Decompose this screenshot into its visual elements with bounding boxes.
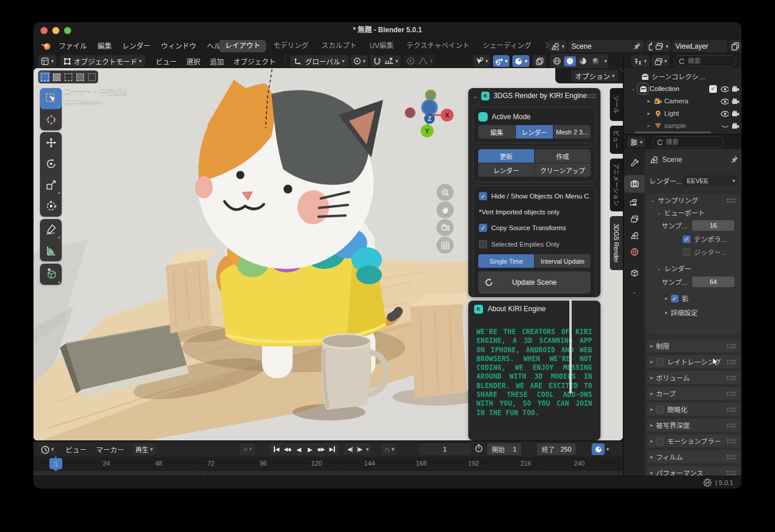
tool-select-box[interactable] bbox=[40, 88, 62, 109]
eye-icon[interactable] bbox=[720, 109, 729, 117]
cleanup-tab[interactable]: クリーンアップ bbox=[535, 163, 591, 177]
properties-editor-type[interactable]: ▾ bbox=[628, 137, 645, 147]
outliner-row-collection[interactable]: ⌄ Collection ✓ bbox=[624, 83, 742, 95]
select-mode-extend[interactable] bbox=[51, 72, 62, 82]
mode-edit-button[interactable]: 編集 bbox=[478, 125, 516, 139]
view-menu[interactable]: ビュー bbox=[151, 56, 182, 66]
menu-render[interactable]: レンダー bbox=[117, 41, 156, 52]
panel-curves[interactable]: ▸ カーブ bbox=[647, 387, 740, 400]
render-visibility-icon[interactable] bbox=[731, 97, 739, 105]
show-overlays-toggle[interactable]: ▾ bbox=[493, 55, 510, 67]
panel-grip[interactable] bbox=[726, 375, 736, 381]
menu-file[interactable]: ファイル bbox=[53, 41, 92, 52]
outliner-scrollbar[interactable] bbox=[635, 132, 711, 133]
eye-closed-icon[interactable] bbox=[720, 122, 729, 130]
outliner-row-sample[interactable]: ▸ sample bbox=[624, 120, 742, 132]
workspace-tab-uv[interactable]: UV編集 bbox=[364, 40, 400, 52]
tool-add-cube[interactable] bbox=[40, 264, 62, 285]
menu-edit[interactable]: 編集 bbox=[92, 41, 117, 52]
sync-mode-group[interactable]: ▾ bbox=[592, 443, 609, 455]
sidebar-tab-animation[interactable]: アニメーション bbox=[610, 159, 623, 211]
xray-toggle[interactable]: ▾ bbox=[512, 55, 529, 67]
tool-move[interactable] bbox=[40, 132, 62, 153]
tab-scene[interactable] bbox=[624, 227, 645, 244]
shading-rendered-button[interactable] bbox=[590, 56, 602, 66]
select-mode-new[interactable] bbox=[39, 72, 50, 82]
expand-icon[interactable]: ▸ bbox=[647, 110, 650, 116]
tab-view-layer[interactable] bbox=[624, 210, 645, 228]
render-visibility-icon[interactable] bbox=[731, 85, 739, 93]
close-window-button[interactable] bbox=[41, 27, 48, 34]
expand-icon[interactable]: ▸ bbox=[647, 123, 650, 129]
blender-logo-icon[interactable] bbox=[41, 42, 51, 50]
proportional-edit-group[interactable]: ▾ bbox=[404, 55, 435, 67]
step-forward-button[interactable]: |▶ bbox=[355, 443, 364, 455]
mode-render-button[interactable]: レンダー bbox=[516, 125, 553, 139]
transform-orientation-dropdown[interactable]: グローバル ▾ bbox=[290, 55, 348, 67]
tab-output[interactable] bbox=[624, 194, 645, 211]
minimize-window-button[interactable] bbox=[52, 27, 59, 34]
pin-icon[interactable] bbox=[632, 42, 641, 50]
scene-selector[interactable]: Scene bbox=[568, 40, 645, 52]
panel-grip[interactable] bbox=[726, 344, 736, 349]
outliner-filter[interactable]: ▾ bbox=[652, 55, 670, 67]
panel-film[interactable]: ▸ フィルム bbox=[647, 450, 740, 463]
panel-dof[interactable]: ▸ 被写界深度 bbox=[647, 419, 740, 432]
panel-scrollbar[interactable] bbox=[569, 299, 572, 393]
expand-icon[interactable]: ▸ bbox=[665, 309, 668, 315]
new-viewlayer-button[interactable] bbox=[729, 40, 742, 52]
panel-raytracing[interactable]: ▸ レイトレーシング bbox=[647, 355, 740, 368]
outliner-search-input[interactable] bbox=[686, 57, 732, 65]
collapse-icon[interactable]: ⌄ bbox=[657, 210, 662, 216]
prev-keyframe-button[interactable]: ◀◆ bbox=[282, 443, 293, 455]
collapse-icon[interactable]: ⌄ bbox=[473, 93, 478, 99]
timeline-view-menu[interactable]: ビュー bbox=[61, 445, 92, 454]
shading-dropdown[interactable]: ▾ bbox=[605, 58, 608, 64]
next-keyframe-button[interactable]: ◆▶ bbox=[316, 443, 327, 455]
editor-type-selector[interactable]: ▾ bbox=[38, 55, 56, 67]
workspace-tab-modeling[interactable]: モデリング bbox=[267, 40, 314, 52]
jitter-checkbox[interactable] bbox=[683, 248, 690, 256]
collapse-icon[interactable]: ⌄ bbox=[657, 265, 662, 271]
render-visibility-icon[interactable] bbox=[731, 109, 739, 117]
auto-key-icon[interactable]: ○ bbox=[243, 445, 247, 453]
properties-search[interactable] bbox=[652, 136, 724, 148]
sidebar-tab-view[interactable]: ビュー bbox=[610, 126, 623, 154]
raytracing-checkbox[interactable] bbox=[656, 358, 664, 366]
outliner-search[interactable] bbox=[674, 55, 736, 67]
use-preview-range-button[interactable] bbox=[474, 443, 484, 453]
select-mode-intersect[interactable] bbox=[86, 72, 97, 82]
play-button[interactable]: ▶ bbox=[304, 443, 316, 455]
update-tab[interactable]: 更新 bbox=[478, 149, 535, 163]
interval-update-button[interactable]: Interval Update bbox=[535, 254, 591, 268]
panel-grip[interactable] bbox=[726, 423, 736, 428]
shading-solid-button[interactable] bbox=[564, 56, 576, 66]
frame-end-field[interactable]: 終了 250 bbox=[537, 443, 576, 455]
mode-mesh-button[interactable]: Mesh 2 3... bbox=[553, 125, 591, 139]
current-frame-field[interactable]: 1 bbox=[419, 443, 471, 455]
panel-grip[interactable] bbox=[726, 359, 736, 365]
eye-icon[interactable] bbox=[720, 85, 729, 93]
jump-to-start-button[interactable]: ◀ bbox=[271, 443, 282, 455]
tab-collection[interactable] bbox=[624, 264, 645, 282]
properties-search-input[interactable] bbox=[665, 138, 719, 146]
shading-material-button[interactable] bbox=[577, 56, 589, 66]
menu-window[interactable]: ウィンドウ bbox=[156, 41, 202, 52]
mode-dropdown[interactable]: オブジェクトモード ▾ bbox=[60, 55, 146, 67]
tool-scale[interactable] bbox=[40, 174, 62, 196]
options-dropdown[interactable]: オプション ▾ bbox=[571, 70, 618, 82]
sidebar-tab-3dgs-render[interactable]: 3DGS Render bbox=[610, 216, 623, 270]
collapse-icon[interactable]: ⌄ bbox=[650, 197, 655, 203]
select-mode-subtract[interactable] bbox=[63, 72, 73, 82]
select-menu[interactable]: 選択 bbox=[182, 56, 205, 66]
panel-grip[interactable] bbox=[726, 470, 736, 476]
ortho-toggle-button[interactable] bbox=[437, 237, 454, 254]
render-samples-field[interactable]: 64 bbox=[692, 277, 734, 287]
viewlayer-selector[interactable]: ViewLayer bbox=[672, 40, 727, 52]
render-visibility-icon[interactable] bbox=[731, 122, 739, 130]
single-time-button[interactable]: Single Time bbox=[478, 254, 535, 268]
auto-keying-group[interactable]: ○ ▾ bbox=[240, 443, 255, 455]
shadow-checkbox[interactable]: ✓ bbox=[671, 295, 679, 302]
engine-dropdown[interactable]: EEVEE ▾ bbox=[683, 175, 739, 186]
create-tab[interactable]: 作成 bbox=[535, 149, 591, 163]
